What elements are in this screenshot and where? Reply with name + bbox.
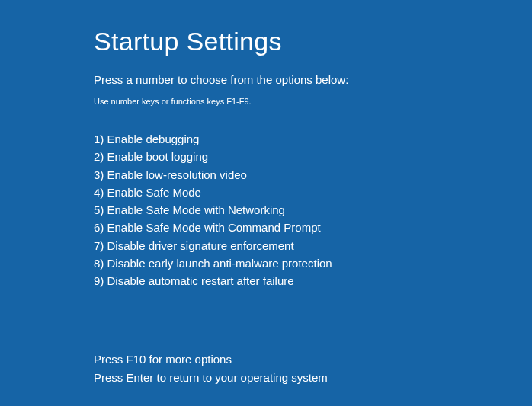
boot-options-list: 1) Enable debugging 2) Enable boot loggi… <box>94 130 532 289</box>
option-enable-debugging[interactable]: 1) Enable debugging <box>94 130 532 148</box>
option-disable-driver-sig[interactable]: 7) Disable driver signature enforcement <box>94 237 532 254</box>
option-enable-safe-mode-cmd[interactable]: 6) Enable Safe Mode with Command Prompt <box>94 219 532 236</box>
option-enable-low-res-video[interactable]: 3) Enable low-resolution video <box>94 166 532 184</box>
return-hint: Press Enter to return to your operating … <box>94 369 532 386</box>
option-enable-safe-mode[interactable]: 4) Enable Safe Mode <box>94 184 532 201</box>
option-enable-boot-logging[interactable]: 2) Enable boot logging <box>94 148 532 165</box>
more-options-hint: Press F10 for more options <box>94 350 532 368</box>
option-disable-auto-restart[interactable]: 9) Disable automatic restart after failu… <box>94 272 532 289</box>
key-hint-text: Use number keys or functions keys F1-F9. <box>94 97 532 106</box>
instruction-text: Press a number to choose from the option… <box>94 73 532 86</box>
option-disable-anti-malware[interactable]: 8) Disable early launch anti-malware pro… <box>94 254 532 272</box>
option-enable-safe-mode-networking[interactable]: 5) Enable Safe Mode with Networking <box>94 201 532 219</box>
page-title: Startup Settings <box>94 27 532 56</box>
